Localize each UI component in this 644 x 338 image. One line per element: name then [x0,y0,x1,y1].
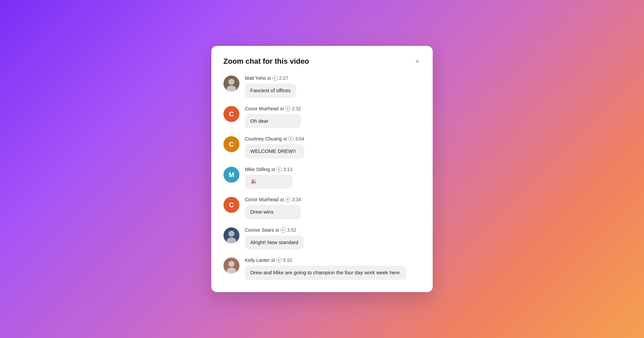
play-icon[interactable]: ▶ [280,227,286,233]
author-name: Connor Sears [245,227,274,233]
chat-item: C Conor Muirhead at ▶ 3:34Drew wins [223,197,421,219]
play-icon[interactable]: ▶ [285,197,290,202]
at-label: at [283,136,287,142]
play-icon[interactable]: ▶ [276,258,282,263]
chat-list: Matt Yoho at ▶ 2:27Fanciest of offices C… [223,75,421,280]
chat-item: C Conor Muirhead at ▶ 2:32Oh dear [223,106,421,128]
at-label: at [280,106,284,111]
play-icon[interactable]: ▶ [272,75,278,81]
chat-item: Matt Yoho at ▶ 2:27Fanciest of offices [223,75,421,98]
play-icon[interactable]: ▶ [285,106,290,111]
chat-bubble: WELCOME DREW!! [245,144,304,159]
timestamp: 2:32 [292,106,301,111]
at-label: at [275,227,279,233]
chat-bubble: 🎉 [245,175,292,189]
avatar [223,258,239,274]
author-name: Matt Yoho [245,75,266,81]
svg-text:C: C [229,140,234,148]
chat-meta: Kelly Lanter at ▶ 5:10 [245,258,406,263]
timestamp: 3:52 [287,227,296,233]
play-icon[interactable]: ▶ [276,167,282,172]
timestamp: 3:34 [292,197,301,202]
chat-meta: Conor Muirhead at ▶ 3:34 [245,197,301,202]
chat-content: Courtney Chuang at ▶ 3:04WELCOME DREW!! [245,136,304,159]
chat-meta: Mike Stilling at ▶ 3:13 [245,167,292,172]
chat-content: Kelly Lanter at ▶ 5:10Drew and Mike are … [245,258,406,280]
author-name: Conor Muirhead [245,197,278,202]
modal-header: Zoom chat for this video × [223,57,421,66]
avatar: M [223,167,239,183]
chat-meta: Courtney Chuang at ▶ 3:04 [245,136,304,142]
chat-content: Matt Yoho at ▶ 2:27Fanciest of offices [245,75,296,98]
chat-meta: Conor Muirhead at ▶ 2:32 [245,106,301,111]
chat-content: Connor Sears at ▶ 3:52Alright! New stand… [245,227,304,250]
author-name: Kelly Lanter [245,258,270,263]
avatar: C [223,136,239,152]
svg-point-12 [228,231,234,237]
at-label: at [271,167,275,172]
chat-item: C Courtney Chuang at ▶ 3:04WELCOME DREW!… [223,136,421,159]
avatar: C [223,197,239,213]
svg-point-15 [228,261,234,267]
svg-point-1 [228,79,234,85]
chat-content: Mike Stilling at ▶ 3:13🎉 [245,167,292,189]
chat-item: Connor Sears at ▶ 3:52Alright! New stand… [223,227,421,250]
chat-meta: Matt Yoho at ▶ 2:27 [245,75,296,81]
play-icon[interactable]: ▶ [288,136,293,142]
chat-item: Kelly Lanter at ▶ 5:10Drew and Mike are … [223,258,421,280]
svg-text:C: C [229,201,234,209]
at-label: at [280,197,284,202]
avatar: C [223,106,239,122]
chat-bubble: Drew wins [245,205,301,219]
chat-meta: Connor Sears at ▶ 3:52 [245,227,304,233]
avatar [223,75,239,92]
author-name: Mike Stilling [245,167,270,172]
close-button[interactable]: × [414,57,421,66]
chat-bubble: Drew and Mike are going to champion the … [245,266,406,280]
svg-text:C: C [229,110,234,118]
chat-content: Conor Muirhead at ▶ 3:34Drew wins [245,197,301,219]
chat-bubble: Oh dear [245,114,301,128]
at-label: at [271,258,275,263]
timestamp: 3:13 [283,167,292,172]
timestamp: 5:10 [283,258,292,263]
author-name: Conor Muirhead [245,106,278,111]
timestamp: 2:27 [279,75,288,81]
svg-text:M: M [229,171,234,178]
chat-content: Conor Muirhead at ▶ 2:32Oh dear [245,106,301,128]
chat-item: M Mike Stilling at ▶ 3:13🎉 [223,167,421,189]
avatar [223,227,239,243]
zoom-chat-modal: Zoom chat for this video × Matt Yoho at … [211,46,433,292]
modal-title: Zoom chat for this video [223,57,309,66]
chat-bubble: Alright! New standard [245,235,304,250]
timestamp: 3:04 [295,136,304,142]
author-name: Courtney Chuang [245,136,282,142]
chat-bubble: Fanciest of offices [245,83,296,98]
at-label: at [267,75,271,81]
